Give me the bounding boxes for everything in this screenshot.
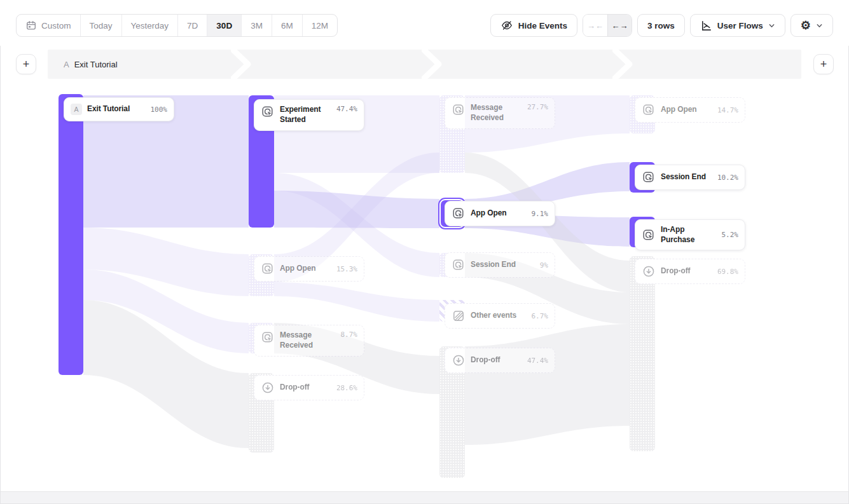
flow-node-card[interactable]: App Open9.1%	[445, 201, 555, 226]
step-a-header: A Exit Tutorial	[64, 50, 118, 79]
flow-node-label: Message Received	[471, 103, 522, 123]
steps-header-row: + A Exit Tutorial +	[0, 50, 849, 79]
flow-node-label: Drop-off	[471, 355, 522, 365]
event-icon	[642, 228, 656, 242]
date-range-yesterday[interactable]: Yesterday	[121, 15, 178, 36]
event-icon	[642, 103, 656, 117]
add-step-right-button[interactable]: +	[813, 54, 834, 74]
flow-node-value: 6.7%	[532, 312, 549, 320]
event-icon	[452, 258, 466, 272]
flow-node-card[interactable]: Message Received27.7%	[445, 97, 555, 129]
date-range-7d[interactable]: 7D	[177, 15, 207, 36]
rows-button[interactable]: 3 rows	[637, 14, 685, 37]
date-range-today[interactable]: Today	[80, 15, 121, 36]
event-icon	[642, 170, 656, 184]
flow-node-value: 47.4%	[336, 105, 357, 113]
flow-node-value: 100%	[151, 106, 168, 114]
toolbar-right: Hide Events →← ←→ 3 rows User Flows ⚙	[490, 14, 833, 37]
flow-node-label: Experiment Started	[280, 105, 331, 125]
flow-node-value: 9.1%	[532, 210, 549, 218]
flow-node-card[interactable]: Session End9%	[445, 252, 555, 278]
chevron-down-icon	[816, 22, 823, 29]
gear-icon: ⚙	[801, 20, 811, 31]
drop-off-icon	[642, 264, 656, 278]
flow-node-value: 14.7%	[717, 106, 738, 114]
chevron-down-icon	[768, 22, 775, 29]
flow-node-label: Message Received	[280, 330, 336, 350]
flow-node-card[interactable]: AExit Tutorial100%	[64, 97, 174, 121]
flow-node-label: Drop-off	[661, 266, 712, 276]
flow-node-value: 28.6%	[336, 384, 357, 392]
date-range-6m[interactable]: 6M	[272, 15, 302, 36]
event-icon	[452, 103, 466, 117]
flow-node-label: App Open	[471, 208, 527, 219]
flow-node-value: 15.3%	[336, 265, 357, 273]
step-a-badge: A	[71, 104, 82, 115]
view-selector[interactable]: User Flows	[690, 14, 785, 37]
date-range-label: Custom	[41, 21, 71, 31]
event-icon	[261, 262, 275, 276]
flow-node-label: App Open	[280, 264, 331, 274]
drop-off-icon	[452, 353, 466, 367]
flow-chart-icon	[700, 20, 712, 32]
date-range-30d[interactable]: 30D	[207, 15, 241, 36]
flow-node-value: 69.8%	[717, 268, 738, 276]
width-toggle-group: →← ←→	[583, 14, 632, 37]
step-separator-chevron	[231, 50, 254, 79]
event-icon	[452, 207, 466, 221]
date-range-group: Custom Today Yesterday 7D 30D 3M 6M 12M	[16, 14, 338, 37]
flow-node-label: App Open	[661, 105, 712, 115]
step-letter: A	[64, 60, 69, 69]
step-separator-chevron	[422, 50, 445, 79]
flow-node-value: 27.7%	[527, 103, 548, 111]
flow-node-label: Other events	[471, 311, 527, 321]
flow-node-label: Drop-off	[280, 383, 331, 393]
flow-c1-app-open-to-c2-other-events	[274, 282, 439, 322]
date-range-12m[interactable]: 12M	[302, 15, 337, 36]
flow-node-label: Session End	[661, 172, 712, 182]
flow-node-card[interactable]: In-App Purchase5.2%	[635, 219, 745, 250]
horizontal-scrollbar-track[interactable]	[1, 491, 848, 503]
eye-off-icon	[500, 19, 513, 32]
add-step-left-button[interactable]: +	[16, 54, 36, 74]
top-toolbar: Custom Today Yesterday 7D 30D 3M 6M 12M …	[0, 0, 849, 46]
flow-node-card[interactable]: App Open14.7%	[635, 97, 745, 123]
flow-node-value: 10.2%	[717, 174, 738, 182]
flow-node-card[interactable]: Message Received8.7%	[254, 325, 364, 357]
step-title: Exit Tutorial	[74, 60, 118, 69]
drop-off-icon	[261, 381, 275, 395]
date-range-3m[interactable]: 3M	[241, 15, 272, 36]
flow-node-card[interactable]: Other events6.7%	[445, 303, 555, 329]
date-range-custom[interactable]: Custom	[17, 15, 80, 36]
flow-node-value: 9%	[540, 261, 548, 269]
arrows-in-icon: →←	[587, 21, 604, 31]
flow-node-bar[interactable]	[630, 256, 655, 451]
user-flows-app: Custom Today Yesterday 7D 30D 3M 6M 12M …	[0, 0, 849, 504]
flow-node-value: 47.4%	[527, 357, 548, 365]
step-separator-chevron	[612, 50, 635, 79]
calendar-icon	[25, 20, 37, 31]
flow-node-card[interactable]: Drop-off47.4%	[445, 348, 555, 373]
event-icon	[261, 105, 275, 119]
flow-node-label: Exit Tutorial	[87, 104, 146, 114]
flow-node-label: Session End	[471, 260, 535, 270]
flow-node-card[interactable]: Drop-off28.6%	[254, 375, 364, 400]
flow-node-card[interactable]: App Open15.3%	[254, 256, 364, 282]
flow-node-value: 8.7%	[341, 330, 358, 339]
flow-node-card[interactable]: Drop-off69.8%	[635, 259, 745, 284]
flow-node-card[interactable]: Experiment Started47.4%	[254, 99, 364, 131]
arrows-out-icon: ←→	[612, 21, 628, 31]
flow-steps-header[interactable]: A Exit Tutorial	[48, 50, 801, 79]
flow-c2-drop-off-to-c3-drop-off	[465, 324, 630, 445]
settings-menu-button[interactable]: ⚙	[790, 14, 833, 37]
flow-node-value: 5.2%	[722, 231, 739, 239]
expand-columns-button[interactable]: ←→	[607, 15, 632, 36]
hide-events-button[interactable]: Hide Events	[490, 14, 577, 37]
collapse-columns-button[interactable]: →←	[583, 15, 607, 36]
event-icon	[261, 330, 275, 344]
other-events-icon	[452, 309, 466, 323]
flow-node-label: In-App Purchase	[661, 225, 717, 245]
flow-node-card[interactable]: Session End10.2%	[635, 165, 745, 190]
flow-node-bar[interactable]	[59, 94, 83, 375]
